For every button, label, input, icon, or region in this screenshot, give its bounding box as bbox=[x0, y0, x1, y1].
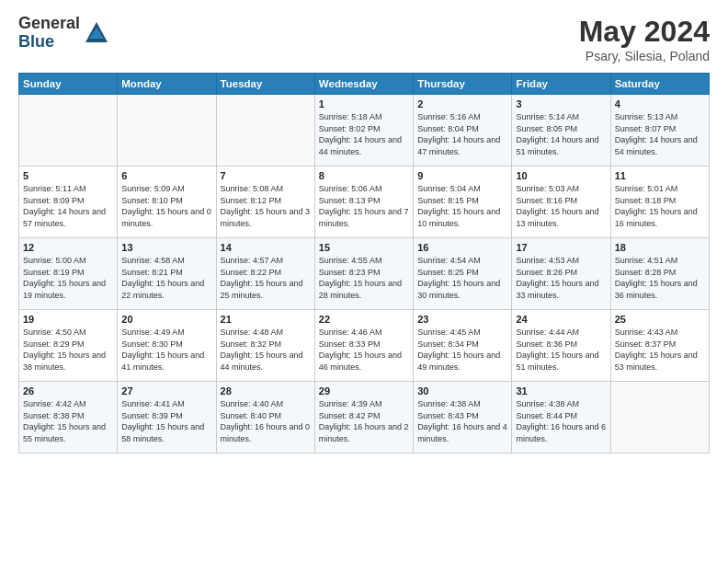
day-cell: 29Sunrise: 4:39 AMSunset: 8:42 PMDayligh… bbox=[314, 382, 413, 454]
day-cell: 24Sunrise: 4:44 AMSunset: 8:36 PMDayligh… bbox=[512, 310, 610, 382]
day-number: 29 bbox=[319, 385, 409, 396]
day-number: 14 bbox=[221, 242, 311, 253]
day-info: Sunrise: 5:08 AMSunset: 8:12 PMDaylight:… bbox=[221, 183, 311, 229]
week-row-3: 12Sunrise: 5:00 AMSunset: 8:19 PMDayligh… bbox=[19, 238, 710, 310]
day-info: Sunrise: 4:41 AMSunset: 8:39 PMDaylight:… bbox=[121, 398, 211, 444]
day-cell: 30Sunrise: 4:38 AMSunset: 8:43 PMDayligh… bbox=[414, 382, 512, 454]
week-row-5: 26Sunrise: 4:42 AMSunset: 8:38 PMDayligh… bbox=[19, 382, 710, 454]
day-info: Sunrise: 4:45 AMSunset: 8:34 PMDaylight:… bbox=[417, 327, 507, 373]
day-info: Sunrise: 5:16 AMSunset: 8:04 PMDaylight:… bbox=[417, 111, 507, 157]
day-cell: 12Sunrise: 5:00 AMSunset: 8:19 PMDayligh… bbox=[19, 238, 118, 310]
day-number: 11 bbox=[615, 170, 705, 181]
subtitle: Psary, Silesia, Poland bbox=[579, 49, 710, 63]
day-number: 6 bbox=[121, 170, 211, 181]
day-info: Sunrise: 4:44 AMSunset: 8:36 PMDaylight:… bbox=[516, 327, 606, 373]
day-number: 1 bbox=[319, 98, 409, 109]
day-cell bbox=[118, 95, 216, 167]
day-cell: 5Sunrise: 5:11 AMSunset: 8:09 PMDaylight… bbox=[19, 167, 118, 238]
day-info: Sunrise: 4:42 AMSunset: 8:38 PMDaylight:… bbox=[23, 398, 113, 444]
day-info: Sunrise: 5:06 AMSunset: 8:13 PMDaylight:… bbox=[319, 183, 409, 229]
day-number: 20 bbox=[121, 314, 211, 325]
day-cell: 21Sunrise: 4:48 AMSunset: 8:32 PMDayligh… bbox=[216, 310, 314, 382]
day-info: Sunrise: 4:40 AMSunset: 8:40 PMDaylight:… bbox=[221, 398, 311, 444]
day-number: 9 bbox=[417, 170, 507, 181]
day-info: Sunrise: 4:48 AMSunset: 8:32 PMDaylight:… bbox=[221, 327, 311, 373]
day-cell: 9Sunrise: 5:04 AMSunset: 8:15 PMDaylight… bbox=[414, 167, 512, 238]
day-number: 17 bbox=[516, 242, 606, 253]
header-wednesday: Wednesday bbox=[314, 74, 413, 95]
day-cell: 11Sunrise: 5:01 AMSunset: 8:18 PMDayligh… bbox=[610, 167, 709, 238]
day-info: Sunrise: 4:43 AMSunset: 8:37 PMDaylight:… bbox=[615, 327, 705, 373]
day-info: Sunrise: 4:46 AMSunset: 8:33 PMDaylight:… bbox=[319, 327, 409, 373]
weekday-header-row: Sunday Monday Tuesday Wednesday Thursday… bbox=[19, 74, 710, 95]
title-area: May 2024 Psary, Silesia, Poland bbox=[579, 15, 710, 63]
day-cell: 3Sunrise: 5:14 AMSunset: 8:05 PMDaylight… bbox=[512, 95, 610, 167]
header-friday: Friday bbox=[512, 74, 610, 95]
day-cell: 31Sunrise: 4:38 AMSunset: 8:44 PMDayligh… bbox=[512, 382, 610, 454]
day-cell: 17Sunrise: 4:53 AMSunset: 8:26 PMDayligh… bbox=[512, 238, 610, 310]
day-number: 12 bbox=[23, 242, 113, 253]
day-cell: 16Sunrise: 4:54 AMSunset: 8:25 PMDayligh… bbox=[414, 238, 512, 310]
day-info: Sunrise: 4:54 AMSunset: 8:25 PMDaylight:… bbox=[417, 255, 507, 301]
main-title: May 2024 bbox=[579, 15, 710, 49]
day-info: Sunrise: 5:13 AMSunset: 8:07 PMDaylight:… bbox=[615, 111, 705, 157]
day-info: Sunrise: 5:01 AMSunset: 8:18 PMDaylight:… bbox=[615, 183, 705, 229]
day-cell: 13Sunrise: 4:58 AMSunset: 8:21 PMDayligh… bbox=[118, 238, 216, 310]
day-info: Sunrise: 4:53 AMSunset: 8:26 PMDaylight:… bbox=[516, 255, 606, 301]
logo-general: General bbox=[18, 15, 80, 33]
day-cell: 18Sunrise: 4:51 AMSunset: 8:28 PMDayligh… bbox=[610, 238, 709, 310]
day-number: 18 bbox=[615, 242, 705, 253]
day-cell bbox=[610, 382, 709, 454]
day-cell: 26Sunrise: 4:42 AMSunset: 8:38 PMDayligh… bbox=[19, 382, 118, 454]
calendar-page: General Blue May 2024 Psary, Silesia, Po… bbox=[0, 0, 728, 563]
day-number: 27 bbox=[121, 385, 211, 396]
day-number: 30 bbox=[417, 385, 507, 396]
day-number: 8 bbox=[319, 170, 409, 181]
day-cell: 19Sunrise: 4:50 AMSunset: 8:29 PMDayligh… bbox=[19, 310, 118, 382]
day-number: 31 bbox=[516, 385, 606, 396]
day-number: 23 bbox=[417, 314, 507, 325]
day-cell: 28Sunrise: 4:40 AMSunset: 8:40 PMDayligh… bbox=[216, 382, 314, 454]
day-cell: 15Sunrise: 4:55 AMSunset: 8:23 PMDayligh… bbox=[314, 238, 413, 310]
day-cell: 20Sunrise: 4:49 AMSunset: 8:30 PMDayligh… bbox=[118, 310, 216, 382]
day-info: Sunrise: 4:49 AMSunset: 8:30 PMDaylight:… bbox=[121, 327, 211, 373]
day-cell: 1Sunrise: 5:18 AMSunset: 8:02 PMDaylight… bbox=[314, 95, 413, 167]
day-number: 22 bbox=[319, 314, 409, 325]
day-cell: 14Sunrise: 4:57 AMSunset: 8:22 PMDayligh… bbox=[216, 238, 314, 310]
day-info: Sunrise: 4:51 AMSunset: 8:28 PMDaylight:… bbox=[615, 255, 705, 301]
day-cell: 27Sunrise: 4:41 AMSunset: 8:39 PMDayligh… bbox=[118, 382, 216, 454]
day-number: 5 bbox=[23, 170, 113, 181]
day-cell: 6Sunrise: 5:09 AMSunset: 8:10 PMDaylight… bbox=[118, 167, 216, 238]
day-number: 25 bbox=[615, 314, 705, 325]
day-number: 28 bbox=[221, 385, 311, 396]
day-cell: 2Sunrise: 5:16 AMSunset: 8:04 PMDaylight… bbox=[414, 95, 512, 167]
logo: General Blue bbox=[18, 15, 109, 52]
day-cell: 8Sunrise: 5:06 AMSunset: 8:13 PMDaylight… bbox=[314, 167, 413, 238]
header-tuesday: Tuesday bbox=[216, 74, 314, 95]
day-cell: 7Sunrise: 5:08 AMSunset: 8:12 PMDaylight… bbox=[216, 167, 314, 238]
day-cell bbox=[216, 95, 314, 167]
day-number: 16 bbox=[417, 242, 507, 253]
day-number: 21 bbox=[221, 314, 311, 325]
day-cell: 25Sunrise: 4:43 AMSunset: 8:37 PMDayligh… bbox=[610, 310, 709, 382]
day-cell: 23Sunrise: 4:45 AMSunset: 8:34 PMDayligh… bbox=[414, 310, 512, 382]
day-number: 3 bbox=[516, 98, 606, 109]
day-cell bbox=[19, 95, 118, 167]
logo-blue: Blue bbox=[18, 33, 80, 52]
day-info: Sunrise: 5:14 AMSunset: 8:05 PMDaylight:… bbox=[516, 111, 606, 157]
page-header: General Blue May 2024 Psary, Silesia, Po… bbox=[18, 15, 710, 63]
day-info: Sunrise: 5:03 AMSunset: 8:16 PMDaylight:… bbox=[516, 183, 606, 229]
day-number: 10 bbox=[516, 170, 606, 181]
day-info: Sunrise: 4:50 AMSunset: 8:29 PMDaylight:… bbox=[23, 327, 113, 373]
day-info: Sunrise: 4:38 AMSunset: 8:44 PMDaylight:… bbox=[516, 398, 606, 444]
day-info: Sunrise: 5:18 AMSunset: 8:02 PMDaylight:… bbox=[319, 111, 409, 157]
calendar-table: Sunday Monday Tuesday Wednesday Thursday… bbox=[18, 73, 710, 454]
day-number: 26 bbox=[23, 385, 113, 396]
day-info: Sunrise: 5:11 AMSunset: 8:09 PMDaylight:… bbox=[23, 183, 113, 229]
week-row-4: 19Sunrise: 4:50 AMSunset: 8:29 PMDayligh… bbox=[19, 310, 710, 382]
day-info: Sunrise: 4:39 AMSunset: 8:42 PMDaylight:… bbox=[319, 398, 409, 444]
day-number: 13 bbox=[121, 242, 211, 253]
day-info: Sunrise: 4:57 AMSunset: 8:22 PMDaylight:… bbox=[221, 255, 311, 301]
logo-icon bbox=[84, 20, 109, 46]
header-saturday: Saturday bbox=[610, 74, 709, 95]
